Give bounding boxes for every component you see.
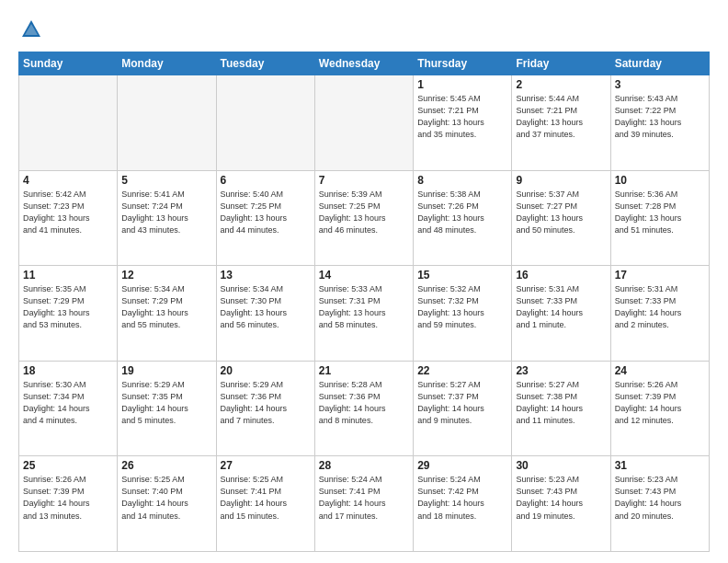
calendar-cell: 23Sunrise: 5:27 AM Sunset: 7:38 PM Dayli… [512,361,610,456]
day-header-thursday: Thursday [414,52,512,75]
day-info: Sunrise: 5:23 AM Sunset: 7:43 PM Dayligh… [615,474,705,522]
day-header-wednesday: Wednesday [314,52,413,75]
logo-icon [18,17,44,42]
calendar-cell [216,75,314,171]
calendar-cell: 26Sunrise: 5:25 AM Sunset: 7:40 PM Dayli… [118,456,216,552]
day-number: 30 [516,459,606,472]
day-info: Sunrise: 5:30 AM Sunset: 7:34 PM Dayligh… [23,379,113,427]
day-header-saturday: Saturday [610,52,709,75]
day-info: Sunrise: 5:44 AM Sunset: 7:21 PM Dayligh… [516,93,606,141]
calendar-cell: 22Sunrise: 5:27 AM Sunset: 7:37 PM Dayli… [414,361,512,456]
day-number: 18 [23,364,113,377]
day-header-monday: Monday [118,52,216,75]
calendar-cell: 11Sunrise: 5:35 AM Sunset: 7:29 PM Dayli… [19,266,118,362]
day-number: 2 [516,78,606,91]
calendar-cell: 28Sunrise: 5:24 AM Sunset: 7:41 PM Dayli… [314,456,413,552]
day-number: 23 [516,364,606,377]
calendar-cell: 12Sunrise: 5:34 AM Sunset: 7:29 PM Dayli… [118,266,216,362]
day-info: Sunrise: 5:29 AM Sunset: 7:35 PM Dayligh… [121,379,211,427]
day-info: Sunrise: 5:34 AM Sunset: 7:29 PM Dayligh… [121,283,211,331]
calendar-cell: 3Sunrise: 5:43 AM Sunset: 7:22 PM Daylig… [610,75,709,171]
day-number: 1 [417,78,507,91]
day-number: 9 [516,174,606,187]
calendar-cell: 25Sunrise: 5:26 AM Sunset: 7:39 PM Dayli… [19,456,118,552]
calendar-cell: 1Sunrise: 5:45 AM Sunset: 7:21 PM Daylig… [414,75,512,171]
day-number: 16 [516,269,606,282]
day-header-sunday: Sunday [19,52,118,75]
day-number: 11 [23,269,113,282]
day-info: Sunrise: 5:27 AM Sunset: 7:38 PM Dayligh… [516,379,606,427]
day-info: Sunrise: 5:33 AM Sunset: 7:31 PM Dayligh… [319,283,409,331]
calendar-cell: 17Sunrise: 5:31 AM Sunset: 7:33 PM Dayli… [610,266,709,362]
day-info: Sunrise: 5:36 AM Sunset: 7:28 PM Dayligh… [615,189,705,236]
day-number: 25 [23,459,113,472]
day-info: Sunrise: 5:25 AM Sunset: 7:40 PM Dayligh… [121,474,211,522]
day-info: Sunrise: 5:45 AM Sunset: 7:21 PM Dayligh… [417,93,507,141]
calendar-cell: 20Sunrise: 5:29 AM Sunset: 7:36 PM Dayli… [216,361,314,456]
calendar-cell: 31Sunrise: 5:23 AM Sunset: 7:43 PM Dayli… [610,456,709,552]
day-info: Sunrise: 5:27 AM Sunset: 7:37 PM Dayligh… [417,379,507,427]
day-header-friday: Friday [512,52,610,75]
day-info: Sunrise: 5:29 AM Sunset: 7:36 PM Dayligh… [221,379,311,427]
calendar-week-5: 25Sunrise: 5:26 AM Sunset: 7:39 PM Dayli… [19,456,710,552]
calendar-week-2: 4Sunrise: 5:42 AM Sunset: 7:23 PM Daylig… [19,170,710,266]
day-info: Sunrise: 5:38 AM Sunset: 7:26 PM Dayligh… [417,189,507,236]
calendar-cell: 8Sunrise: 5:38 AM Sunset: 7:26 PM Daylig… [414,170,512,266]
day-number: 22 [417,364,507,377]
day-info: Sunrise: 5:25 AM Sunset: 7:41 PM Dayligh… [221,474,311,522]
calendar-header-row: SundayMondayTuesdayWednesdayThursdayFrid… [19,52,710,75]
day-info: Sunrise: 5:23 AM Sunset: 7:43 PM Dayligh… [516,474,606,522]
day-header-tuesday: Tuesday [216,52,314,75]
day-info: Sunrise: 5:41 AM Sunset: 7:24 PM Dayligh… [121,189,211,236]
day-number: 6 [221,174,311,187]
calendar-table: SundayMondayTuesdayWednesdayThursdayFrid… [18,52,710,552]
calendar-cell: 18Sunrise: 5:30 AM Sunset: 7:34 PM Dayli… [19,361,118,456]
day-number: 8 [417,174,507,187]
calendar-cell: 14Sunrise: 5:33 AM Sunset: 7:31 PM Dayli… [314,266,413,362]
day-number: 21 [319,364,409,377]
calendar-cell: 9Sunrise: 5:37 AM Sunset: 7:27 PM Daylig… [512,170,610,266]
calendar-cell: 30Sunrise: 5:23 AM Sunset: 7:43 PM Dayli… [512,456,610,552]
day-info: Sunrise: 5:34 AM Sunset: 7:30 PM Dayligh… [221,283,311,331]
calendar-cell: 4Sunrise: 5:42 AM Sunset: 7:23 PM Daylig… [19,170,118,266]
day-number: 13 [221,269,311,282]
day-number: 19 [121,364,211,377]
calendar-week-4: 18Sunrise: 5:30 AM Sunset: 7:34 PM Dayli… [19,361,710,456]
calendar-cell: 16Sunrise: 5:31 AM Sunset: 7:33 PM Dayli… [512,266,610,362]
day-number: 7 [319,174,409,187]
day-number: 12 [121,269,211,282]
calendar-cell [118,75,216,171]
day-info: Sunrise: 5:26 AM Sunset: 7:39 PM Dayligh… [23,474,113,522]
day-info: Sunrise: 5:28 AM Sunset: 7:36 PM Dayligh… [319,379,409,427]
day-info: Sunrise: 5:42 AM Sunset: 7:23 PM Dayligh… [23,189,113,236]
calendar-cell: 6Sunrise: 5:40 AM Sunset: 7:25 PM Daylig… [216,170,314,266]
day-info: Sunrise: 5:31 AM Sunset: 7:33 PM Dayligh… [615,283,705,331]
calendar-cell: 27Sunrise: 5:25 AM Sunset: 7:41 PM Dayli… [216,456,314,552]
day-info: Sunrise: 5:31 AM Sunset: 7:33 PM Dayligh… [516,283,606,331]
day-number: 24 [615,364,705,377]
page: SundayMondayTuesdayWednesdayThursdayFrid… [0,0,728,563]
calendar-cell: 24Sunrise: 5:26 AM Sunset: 7:39 PM Dayli… [610,361,709,456]
day-number: 10 [615,174,705,187]
calendar-cell [19,75,118,171]
day-number: 20 [221,364,311,377]
day-info: Sunrise: 5:24 AM Sunset: 7:41 PM Dayligh… [319,474,409,522]
calendar-cell [314,75,413,171]
calendar-cell: 7Sunrise: 5:39 AM Sunset: 7:25 PM Daylig… [314,170,413,266]
calendar-cell: 13Sunrise: 5:34 AM Sunset: 7:30 PM Dayli… [216,266,314,362]
calendar-cell: 10Sunrise: 5:36 AM Sunset: 7:28 PM Dayli… [610,170,709,266]
day-info: Sunrise: 5:32 AM Sunset: 7:32 PM Dayligh… [417,283,507,331]
day-number: 5 [121,174,211,187]
day-info: Sunrise: 5:35 AM Sunset: 7:29 PM Dayligh… [23,283,113,331]
day-info: Sunrise: 5:43 AM Sunset: 7:22 PM Dayligh… [615,93,705,141]
day-info: Sunrise: 5:24 AM Sunset: 7:42 PM Dayligh… [417,474,507,522]
day-info: Sunrise: 5:40 AM Sunset: 7:25 PM Dayligh… [221,189,311,236]
day-number: 28 [319,459,409,472]
calendar-week-1: 1Sunrise: 5:45 AM Sunset: 7:21 PM Daylig… [19,75,710,171]
day-info: Sunrise: 5:37 AM Sunset: 7:27 PM Dayligh… [516,189,606,236]
day-number: 17 [615,269,705,282]
calendar-cell: 19Sunrise: 5:29 AM Sunset: 7:35 PM Dayli… [118,361,216,456]
day-number: 27 [221,459,311,472]
calendar-week-3: 11Sunrise: 5:35 AM Sunset: 7:29 PM Dayli… [19,266,710,362]
day-number: 3 [615,78,705,91]
